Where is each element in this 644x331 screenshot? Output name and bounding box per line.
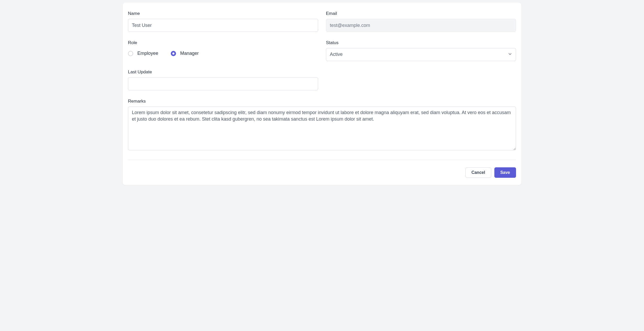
status-field: Status Active xyxy=(326,40,516,61)
last-update-input[interactable] xyxy=(128,77,318,90)
email-field: Email xyxy=(326,11,516,32)
name-label: Name xyxy=(128,11,318,16)
cancel-button[interactable]: Cancel xyxy=(465,167,491,178)
spacer xyxy=(326,69,516,90)
form-actions: Cancel Save xyxy=(128,167,516,178)
remarks-label: Remarks xyxy=(128,99,516,104)
form-card: Name Email Role Employee Manager Status xyxy=(123,3,521,185)
role-radio-group: Employee Manager xyxy=(128,48,318,56)
radio-icon xyxy=(171,51,176,56)
name-input[interactable] xyxy=(128,19,318,32)
divider xyxy=(128,160,516,160)
status-label: Status xyxy=(326,40,516,45)
role-field: Role Employee Manager xyxy=(128,40,318,61)
role-label: Role xyxy=(128,40,318,45)
save-button[interactable]: Save xyxy=(494,167,516,178)
remarks-textarea[interactable] xyxy=(128,107,516,150)
role-option-label: Manager xyxy=(180,51,199,56)
status-select[interactable]: Active xyxy=(326,48,516,61)
email-input xyxy=(326,19,516,32)
role-option-manager[interactable]: Manager xyxy=(171,51,199,56)
name-field: Name xyxy=(128,11,318,32)
form-grid: Name Email Role Employee Manager Status xyxy=(128,11,516,150)
remarks-field: Remarks xyxy=(128,99,516,150)
email-label: Email xyxy=(326,11,516,16)
last-update-label: Last Update xyxy=(128,69,318,75)
last-update-field: Last Update xyxy=(128,69,318,90)
radio-icon xyxy=(128,51,133,56)
status-select-wrap: Active xyxy=(326,48,516,61)
role-option-label: Employee xyxy=(137,51,158,56)
role-option-employee[interactable]: Employee xyxy=(128,51,158,56)
